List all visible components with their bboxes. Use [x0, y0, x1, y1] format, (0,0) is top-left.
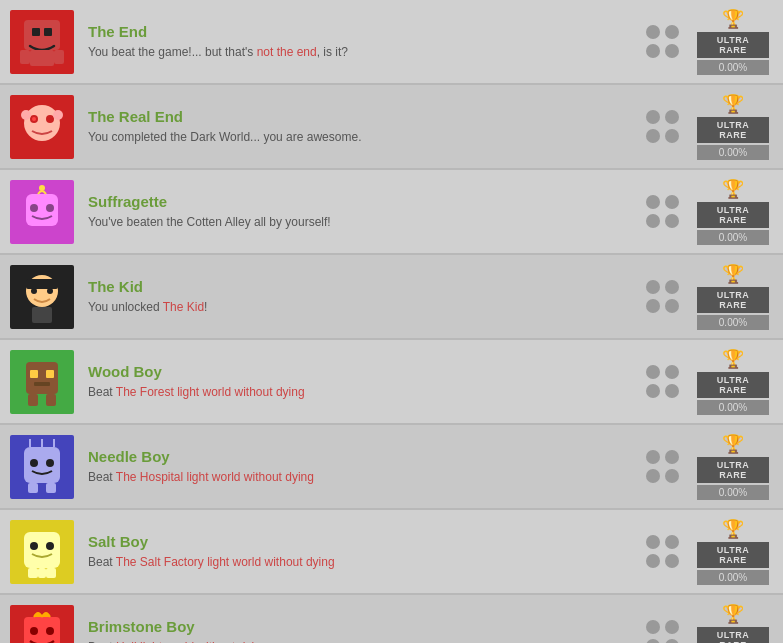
- rarity-percent: 0.00%: [697, 315, 769, 330]
- achievement-badge: 🏆ULTRA RARE0.00%: [693, 518, 773, 585]
- achievement-dots: [646, 535, 679, 568]
- achievement-info: Wood BoyBeat The Forest light world with…: [88, 363, 646, 401]
- svg-rect-31: [46, 394, 56, 406]
- achievement-row: The KidYou unlocked The Kid!🏆ULTRA RARE0…: [0, 255, 783, 340]
- trophy-icon: 🏆: [722, 93, 744, 115]
- achievement-row: The EndYou beat the game!... but that's …: [0, 0, 783, 85]
- dot-indicator: [665, 365, 679, 379]
- svg-point-44: [46, 542, 54, 550]
- svg-rect-28: [46, 370, 54, 378]
- dot-indicator: [646, 450, 660, 464]
- achievement-icon-the-real-end: [10, 95, 74, 159]
- achievement-badge: 🏆ULTRA RARE0.00%: [693, 178, 773, 245]
- achievement-info: Salt BoyBeat The Salt Factory light worl…: [88, 533, 646, 571]
- trophy-icon: 🏆: [722, 433, 744, 455]
- dot-indicator: [646, 299, 660, 313]
- achievement-info: The KidYou unlocked The Kid!: [88, 278, 646, 316]
- dot-indicator: [665, 129, 679, 143]
- achievement-description: You've beaten the Cotten Alley all by yo…: [88, 214, 646, 231]
- dot-indicator: [646, 214, 660, 228]
- trophy-icon: 🏆: [722, 8, 744, 30]
- trophy-icon: 🏆: [722, 603, 744, 625]
- achievement-row: The Real EndYou completed the Dark World…: [0, 85, 783, 170]
- achievement-title: The End: [88, 23, 646, 40]
- achievement-dots: [646, 450, 679, 483]
- achievement-icon-needle-boy: [10, 435, 74, 499]
- dot-indicator: [665, 384, 679, 398]
- dot-indicator: [646, 365, 660, 379]
- achievement-title: The Kid: [88, 278, 646, 295]
- achievement-dots: [646, 620, 679, 643]
- svg-point-23: [47, 288, 53, 294]
- dot-indicator: [646, 535, 660, 549]
- achievement-title: Salt Boy: [88, 533, 646, 550]
- achievement-description: Beat Hell light world without dying: [88, 639, 646, 643]
- dot-indicator: [646, 129, 660, 143]
- achievement-description: Beat The Forest light world without dyin…: [88, 384, 646, 401]
- svg-rect-39: [28, 483, 38, 493]
- rarity-label: ULTRA RARE: [697, 287, 769, 313]
- svg-rect-5: [54, 50, 64, 64]
- rarity-label: ULTRA RARE: [697, 32, 769, 58]
- achievement-info: Needle BoyBeat The Hospital light world …: [88, 448, 646, 486]
- svg-point-35: [46, 459, 54, 467]
- svg-rect-46: [46, 568, 56, 578]
- svg-rect-30: [28, 394, 38, 406]
- svg-point-16: [30, 204, 38, 212]
- svg-point-10: [46, 115, 54, 123]
- svg-point-11: [32, 117, 36, 121]
- dot-indicator: [646, 25, 660, 39]
- svg-point-34: [30, 459, 38, 467]
- svg-rect-33: [24, 447, 60, 483]
- dot-indicator: [646, 110, 660, 124]
- achievement-info: The EndYou beat the game!... but that's …: [88, 23, 646, 61]
- trophy-icon: 🏆: [722, 518, 744, 540]
- achievement-description: Beat The Hospital light world without dy…: [88, 469, 646, 486]
- achievement-row: Wood BoyBeat The Forest light world with…: [0, 340, 783, 425]
- highlight-text: The Hospital light world without dying: [116, 470, 314, 484]
- dot-indicator: [665, 639, 679, 643]
- svg-point-43: [30, 542, 38, 550]
- achievement-badge: 🏆ULTRA RARE0.00%: [693, 603, 773, 643]
- achievement-dots: [646, 280, 679, 313]
- achievement-info: SuffragetteYou've beaten the Cotten Alle…: [88, 193, 646, 231]
- dot-indicator: [646, 195, 660, 209]
- svg-point-22: [31, 288, 37, 294]
- svg-rect-2: [32, 28, 40, 36]
- highlight-text: Hell light world without dying: [116, 640, 267, 643]
- achievement-title: Wood Boy: [88, 363, 646, 380]
- dot-indicator: [665, 25, 679, 39]
- dot-indicator: [665, 469, 679, 483]
- dot-indicator: [646, 44, 660, 58]
- achievement-title: Needle Boy: [88, 448, 646, 465]
- dot-indicator: [646, 469, 660, 483]
- rarity-percent: 0.00%: [697, 145, 769, 160]
- rarity-percent: 0.00%: [697, 400, 769, 415]
- achievement-icon-suffragette: [10, 180, 74, 244]
- dot-indicator: [665, 214, 679, 228]
- achievement-dots: [646, 195, 679, 228]
- achievement-icon-wood-boy: [10, 350, 74, 414]
- svg-point-51: [46, 627, 54, 635]
- dot-indicator: [646, 620, 660, 634]
- dot-indicator: [665, 620, 679, 634]
- dot-indicator: [665, 299, 679, 313]
- achievement-dots: [646, 365, 679, 398]
- svg-rect-42: [24, 532, 60, 568]
- achievement-icon-the-kid: [10, 265, 74, 329]
- dot-indicator: [646, 384, 660, 398]
- highlight-text: The Kid: [163, 300, 204, 314]
- rarity-label: ULTRA RARE: [697, 542, 769, 568]
- achievement-badge: 🏆ULTRA RARE0.00%: [693, 263, 773, 330]
- dot-indicator: [665, 195, 679, 209]
- achievement-description: You completed the Dark World... you are …: [88, 129, 646, 146]
- achievement-info: Brimstone BoyBeat Hell light world witho…: [88, 618, 646, 643]
- achievement-row: Brimstone BoyBeat Hell light world witho…: [0, 595, 783, 643]
- svg-rect-40: [46, 483, 56, 493]
- achievement-icon-salt-boy: [10, 520, 74, 584]
- achievement-description: You unlocked The Kid!: [88, 299, 646, 316]
- achievement-list: The EndYou beat the game!... but that's …: [0, 0, 783, 643]
- achievement-description: Beat The Salt Factory light world withou…: [88, 554, 646, 571]
- achievement-title: The Real End: [88, 108, 646, 125]
- dot-indicator: [646, 554, 660, 568]
